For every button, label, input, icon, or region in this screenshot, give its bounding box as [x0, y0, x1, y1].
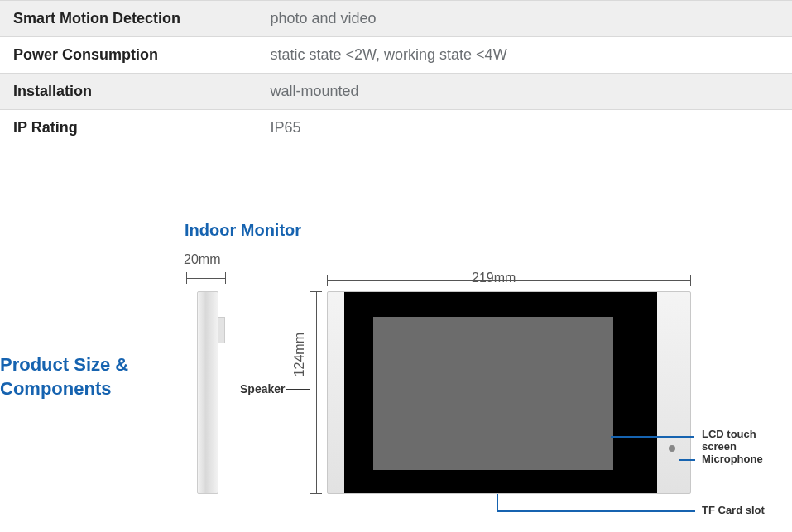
dimension-width-bracket — [327, 275, 691, 286]
spec-label: Smart Motion Detection — [0, 1, 257, 37]
spec-row: Installationwall-mounted — [0, 74, 792, 110]
product-size-section: Product Size & Components Indoor Monitor… — [0, 146, 792, 527]
section-title-line2: Components — [0, 378, 111, 399]
dimension-depth-bracket — [186, 272, 226, 284]
spec-value: wall-mounted — [257, 74, 792, 110]
lcd-callout-line — [611, 436, 694, 438]
dimension-height-bracket — [310, 291, 322, 494]
spec-label: Installation — [0, 74, 257, 110]
spec-value: photo and video — [257, 1, 792, 37]
spec-row: Power Consumptionstatic state <2W, worki… — [0, 37, 792, 74]
spec-value: static state <2W, working state <4W — [257, 37, 792, 74]
monitor-front-view — [327, 291, 691, 494]
section-title: Product Size & Components — [0, 353, 128, 400]
mic-label: Microphone — [702, 453, 763, 465]
tf-label: TF Card slot — [702, 504, 765, 516]
microphone-hole — [669, 445, 675, 452]
spec-label: IP Rating — [0, 110, 257, 146]
subsection-title: Indoor Monitor — [185, 221, 301, 240]
speaker-label: Speaker — [240, 382, 285, 395]
dimension-depth: 20mm — [184, 252, 220, 267]
section-title-line1: Product Size & — [0, 354, 128, 375]
monitor-side-view — [197, 291, 218, 494]
lcd-label: LCD touch screen — [702, 428, 792, 453]
monitor-screen — [373, 317, 613, 470]
spec-table: Smart Motion Detectionphoto and videoPow… — [0, 0, 792, 146]
tf-callout-line-h — [497, 510, 695, 512]
tf-callout-line-v — [497, 494, 498, 510]
speaker-callout-line — [286, 389, 310, 390]
spec-row: Smart Motion Detectionphoto and video — [0, 1, 792, 37]
mic-callout-line — [679, 459, 695, 461]
dimension-height: 124mm — [292, 333, 307, 376]
spec-value: IP65 — [257, 110, 792, 146]
spec-row: IP RatingIP65 — [0, 110, 792, 146]
spec-label: Power Consumption — [0, 37, 257, 74]
